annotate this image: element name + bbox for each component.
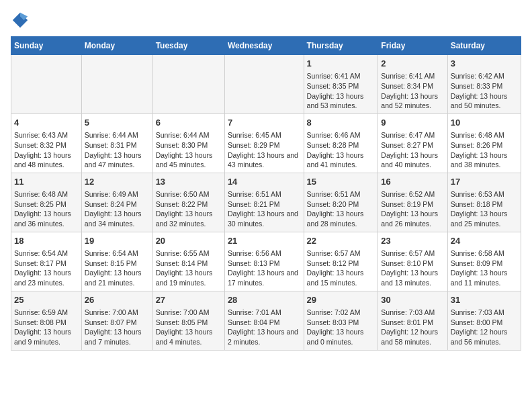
- calendar-cell: 7Sunrise: 6:45 AM Sunset: 8:29 PM Daylig…: [224, 113, 304, 173]
- day-content: Sunrise: 6:47 AM Sunset: 8:27 PM Dayligh…: [381, 130, 444, 170]
- day-number: 5: [85, 117, 150, 129]
- calendar-cell: 12Sunrise: 6:49 AM Sunset: 8:24 PM Dayli…: [81, 173, 152, 232]
- calendar-cell: [152, 55, 224, 114]
- day-content: Sunrise: 7:02 AM Sunset: 8:03 PM Dayligh…: [307, 308, 375, 347]
- calendar-week-row: 4Sunrise: 6:43 AM Sunset: 8:32 PM Daylig…: [11, 113, 521, 173]
- day-number: 16: [381, 176, 444, 188]
- day-number: 1: [307, 58, 375, 70]
- calendar-cell: 31Sunrise: 7:03 AM Sunset: 8:00 PM Dayli…: [447, 291, 521, 350]
- calendar-cell: 9Sunrise: 6:47 AM Sunset: 8:27 PM Daylig…: [378, 113, 447, 173]
- calendar-cell: [11, 55, 82, 114]
- day-content: Sunrise: 6:41 AM Sunset: 8:34 PM Dayligh…: [381, 71, 444, 111]
- day-number: 2: [381, 58, 444, 70]
- calendar-cell: 21Sunrise: 6:56 AM Sunset: 8:13 PM Dayli…: [224, 232, 304, 291]
- day-number: 20: [156, 235, 222, 247]
- day-content: Sunrise: 6:46 AM Sunset: 8:28 PM Dayligh…: [307, 130, 375, 170]
- calendar-week-row: 25Sunrise: 6:59 AM Sunset: 8:08 PM Dayli…: [11, 291, 521, 350]
- day-content: Sunrise: 6:48 AM Sunset: 8:26 PM Dayligh…: [451, 130, 518, 170]
- calendar-cell: 30Sunrise: 7:03 AM Sunset: 8:01 PM Dayli…: [378, 291, 447, 350]
- day-content: Sunrise: 6:44 AM Sunset: 8:31 PM Dayligh…: [85, 130, 150, 170]
- calendar-cell: 10Sunrise: 6:48 AM Sunset: 8:26 PM Dayli…: [447, 113, 521, 173]
- header-tuesday: Tuesday: [152, 37, 224, 55]
- day-content: Sunrise: 6:57 AM Sunset: 8:12 PM Dayligh…: [307, 248, 375, 288]
- calendar-cell: 3Sunrise: 6:42 AM Sunset: 8:33 PM Daylig…: [447, 55, 521, 114]
- day-number: 27: [156, 294, 222, 306]
- calendar-cell: 23Sunrise: 6:57 AM Sunset: 8:10 PM Dayli…: [378, 232, 447, 291]
- calendar-cell: 26Sunrise: 7:00 AM Sunset: 8:07 PM Dayli…: [81, 291, 152, 350]
- day-content: Sunrise: 6:56 AM Sunset: 8:13 PM Dayligh…: [228, 248, 301, 288]
- header-wednesday: Wednesday: [224, 37, 304, 55]
- day-number: 26: [85, 294, 150, 306]
- day-content: Sunrise: 6:43 AM Sunset: 8:32 PM Dayligh…: [14, 130, 79, 170]
- header-sunday: Sunday: [11, 37, 82, 55]
- day-content: Sunrise: 7:00 AM Sunset: 8:05 PM Dayligh…: [156, 308, 222, 347]
- day-content: Sunrise: 6:42 AM Sunset: 8:33 PM Dayligh…: [451, 71, 518, 111]
- calendar-cell: 1Sunrise: 6:41 AM Sunset: 8:35 PM Daylig…: [304, 55, 378, 114]
- day-number: 15: [307, 176, 375, 188]
- day-content: Sunrise: 7:03 AM Sunset: 8:00 PM Dayligh…: [451, 308, 518, 347]
- day-content: Sunrise: 7:03 AM Sunset: 8:01 PM Dayligh…: [381, 308, 444, 347]
- day-number: 6: [156, 117, 222, 129]
- calendar-header-row: SundayMondayTuesdayWednesdayThursdayFrid…: [11, 37, 521, 55]
- calendar-cell: 11Sunrise: 6:48 AM Sunset: 8:25 PM Dayli…: [11, 173, 82, 232]
- header-saturday: Saturday: [447, 37, 521, 55]
- calendar-cell: 22Sunrise: 6:57 AM Sunset: 8:12 PM Dayli…: [304, 232, 378, 291]
- calendar-cell: [81, 55, 152, 114]
- calendar-cell: 4Sunrise: 6:43 AM Sunset: 8:32 PM Daylig…: [11, 113, 82, 173]
- day-number: 7: [228, 117, 301, 129]
- day-number: 24: [451, 235, 518, 247]
- calendar-cell: 24Sunrise: 6:58 AM Sunset: 8:09 PM Dayli…: [447, 232, 521, 291]
- calendar-cell: 2Sunrise: 6:41 AM Sunset: 8:34 PM Daylig…: [378, 55, 447, 114]
- day-content: Sunrise: 6:57 AM Sunset: 8:10 PM Dayligh…: [381, 248, 444, 288]
- header-friday: Friday: [378, 37, 447, 55]
- day-number: 21: [228, 235, 301, 247]
- day-number: 18: [14, 235, 79, 247]
- day-number: 10: [451, 117, 518, 129]
- calendar-cell: 18Sunrise: 6:54 AM Sunset: 8:17 PM Dayli…: [11, 232, 82, 291]
- header-monday: Monday: [81, 37, 152, 55]
- day-content: Sunrise: 6:41 AM Sunset: 8:35 PM Dayligh…: [307, 71, 375, 111]
- calendar-cell: 20Sunrise: 6:55 AM Sunset: 8:14 PM Dayli…: [152, 232, 224, 291]
- day-content: Sunrise: 6:53 AM Sunset: 8:18 PM Dayligh…: [451, 189, 518, 229]
- calendar-cell: [224, 55, 304, 114]
- calendar-cell: 17Sunrise: 6:53 AM Sunset: 8:18 PM Dayli…: [447, 173, 521, 232]
- day-number: 29: [307, 294, 375, 306]
- day-number: 23: [381, 235, 444, 247]
- calendar-cell: 27Sunrise: 7:00 AM Sunset: 8:05 PM Dayli…: [152, 291, 224, 350]
- calendar-cell: 28Sunrise: 7:01 AM Sunset: 8:04 PM Dayli…: [224, 291, 304, 350]
- calendar-week-row: 1Sunrise: 6:41 AM Sunset: 8:35 PM Daylig…: [11, 55, 521, 114]
- day-number: 13: [156, 176, 222, 188]
- calendar-week-row: 11Sunrise: 6:48 AM Sunset: 8:25 PM Dayli…: [11, 173, 521, 232]
- day-number: 11: [14, 176, 79, 188]
- day-content: Sunrise: 6:58 AM Sunset: 8:09 PM Dayligh…: [451, 248, 518, 288]
- day-content: Sunrise: 6:51 AM Sunset: 8:21 PM Dayligh…: [228, 189, 301, 229]
- calendar-week-row: 18Sunrise: 6:54 AM Sunset: 8:17 PM Dayli…: [11, 232, 521, 291]
- day-number: 12: [85, 176, 150, 188]
- calendar-cell: 6Sunrise: 6:44 AM Sunset: 8:30 PM Daylig…: [152, 113, 224, 173]
- logo: [11, 11, 32, 30]
- day-content: Sunrise: 6:59 AM Sunset: 8:08 PM Dayligh…: [14, 308, 79, 347]
- calendar-cell: 19Sunrise: 6:54 AM Sunset: 8:15 PM Dayli…: [81, 232, 152, 291]
- day-number: 30: [381, 294, 444, 306]
- day-content: Sunrise: 7:00 AM Sunset: 8:07 PM Dayligh…: [85, 308, 150, 347]
- day-content: Sunrise: 6:51 AM Sunset: 8:20 PM Dayligh…: [307, 189, 375, 229]
- calendar-cell: 16Sunrise: 6:52 AM Sunset: 8:19 PM Dayli…: [378, 173, 447, 232]
- day-content: Sunrise: 6:54 AM Sunset: 8:17 PM Dayligh…: [14, 248, 79, 288]
- day-content: Sunrise: 6:55 AM Sunset: 8:14 PM Dayligh…: [156, 248, 222, 288]
- day-content: Sunrise: 6:48 AM Sunset: 8:25 PM Dayligh…: [14, 189, 79, 229]
- calendar-table: SundayMondayTuesdayWednesdayThursdayFrid…: [11, 36, 521, 351]
- day-content: Sunrise: 6:54 AM Sunset: 8:15 PM Dayligh…: [85, 248, 150, 288]
- calendar-cell: 29Sunrise: 7:02 AM Sunset: 8:03 PM Dayli…: [304, 291, 378, 350]
- day-content: Sunrise: 6:44 AM Sunset: 8:30 PM Dayligh…: [156, 130, 222, 170]
- calendar-cell: 5Sunrise: 6:44 AM Sunset: 8:31 PM Daylig…: [81, 113, 152, 173]
- day-content: Sunrise: 7:01 AM Sunset: 8:04 PM Dayligh…: [228, 308, 301, 347]
- day-number: 25: [14, 294, 79, 306]
- calendar-cell: 13Sunrise: 6:50 AM Sunset: 8:22 PM Dayli…: [152, 173, 224, 232]
- logo-icon: [11, 11, 30, 30]
- day-number: 14: [228, 176, 301, 188]
- calendar-cell: 8Sunrise: 6:46 AM Sunset: 8:28 PM Daylig…: [304, 113, 378, 173]
- day-number: 4: [14, 117, 79, 129]
- day-content: Sunrise: 6:52 AM Sunset: 8:19 PM Dayligh…: [381, 189, 444, 229]
- calendar-cell: 15Sunrise: 6:51 AM Sunset: 8:20 PM Dayli…: [304, 173, 378, 232]
- calendar-cell: 14Sunrise: 6:51 AM Sunset: 8:21 PM Dayli…: [224, 173, 304, 232]
